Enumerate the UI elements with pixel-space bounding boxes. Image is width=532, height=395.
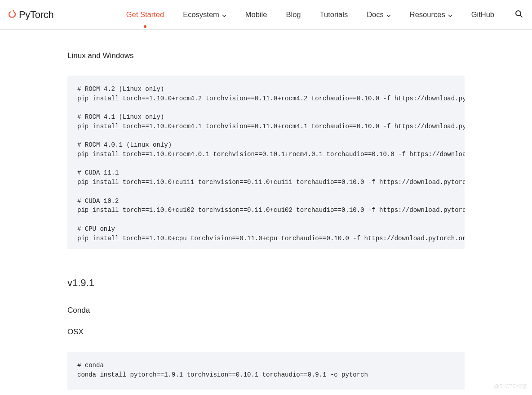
site-header: PyTorch Get Started Ecosystem Mobile Blo… [0, 0, 532, 30]
heading-osx: OSX [67, 328, 465, 337]
svg-point-0 [13, 10, 14, 11]
page-content: Linux and Windows # ROCM 4.2 (Linux only… [0, 30, 532, 390]
nav-docs[interactable]: Docs [367, 10, 391, 19]
heading-conda: Conda [67, 306, 465, 315]
brand-logo[interactable]: PyTorch [8, 9, 53, 21]
search-icon[interactable] [513, 10, 523, 20]
code-block-install-commands[interactable]: # ROCM 4.2 (Linux only) pip install torc… [67, 76, 465, 249]
nav-ecosystem[interactable]: Ecosystem [183, 10, 226, 19]
nav-resources[interactable]: Resources [410, 10, 452, 19]
nav-mobile[interactable]: Mobile [245, 10, 267, 19]
code-block-conda-install[interactable]: # conda conda install pytorch==1.9.1 tor… [67, 352, 465, 389]
nav-tutorials[interactable]: Tutorials [320, 10, 348, 19]
chevron-down-icon [386, 10, 391, 19]
nav-github[interactable]: GitHub [471, 10, 494, 19]
pytorch-flame-icon [8, 9, 16, 21]
watermark-text: @51CTO博客 [494, 383, 528, 391]
nav-get-started[interactable]: Get Started [126, 10, 164, 19]
heading-version-191: v1.9.1 [67, 277, 465, 289]
svg-point-1 [516, 11, 521, 16]
main-nav: Get Started Ecosystem Mobile Blog Tutori… [126, 10, 523, 20]
svg-line-2 [520, 15, 523, 18]
nav-blog[interactable]: Blog [286, 10, 301, 19]
chevron-down-icon [222, 10, 226, 19]
heading-linux-windows: Linux and Windows [67, 51, 465, 60]
brand-name: PyTorch [19, 9, 53, 21]
chevron-down-icon [448, 10, 452, 19]
